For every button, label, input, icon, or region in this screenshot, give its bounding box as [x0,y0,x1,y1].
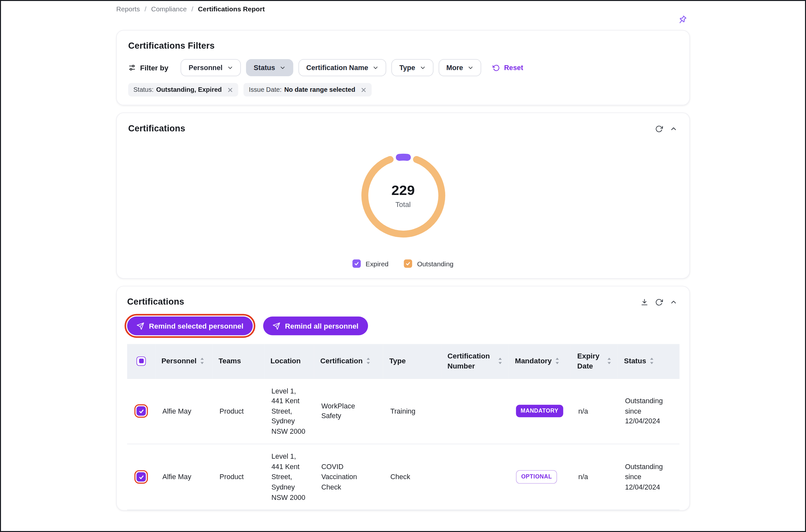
certifications-chart-card: Certifications 229 [116,113,690,279]
filter-dropdown-personnel[interactable]: Personnel [181,59,240,76]
column-header-certification: Certification [314,344,383,379]
cell-expiry-date: n/a [571,378,618,444]
reset-filters-button[interactable]: Reset [490,63,526,72]
chevron-down-icon [420,65,426,71]
sort-icon[interactable] [200,357,204,365]
legend-item-expired: Expired [353,260,389,268]
remind-selected-label: Remind selected personnel [149,322,243,330]
mandatory-badge: MANDATORY [516,405,563,417]
filter-dropdown-type[interactable]: Type [392,59,433,76]
legend-checkbox-expired[interactable] [353,260,361,268]
filters-card-title: Certifications Filters [128,41,678,51]
column-header-status: Status [618,344,679,379]
chevron-down-icon [280,65,285,71]
donut-segment-outstanding [365,159,442,234]
breadcrumb: Reports / Compliance / Certifications Re… [116,1,690,13]
chip-status: Status: Outstanding, Expired [128,83,239,97]
donut-segment-expired [399,157,407,157]
sort-icon[interactable] [649,357,654,365]
chart-legend: Expired Outstanding [128,260,678,270]
cell-status: Outstanding since 12/04/2024 [618,378,679,444]
breadcrumb-current-page: Certifications Report [198,5,265,13]
dropdown-label: Type [399,64,415,72]
legend-checkbox-outstanding[interactable] [404,260,412,268]
table-row: Alfie May Product Level 1, 441 Kent Stre… [127,378,679,444]
row-select-cell [127,378,155,444]
cell-expiry-date: n/a [571,444,618,510]
optional-badge: OPTIONAL [516,470,557,484]
certifications-table-card: Certifications Remind selected [116,286,690,511]
column-header-personnel: Personnel [155,344,212,379]
app-window: Reports / Compliance / Certifications Re… [0,0,806,532]
header-select-all-cell [127,344,155,379]
chart-card-title: Certifications [128,124,678,134]
cell-teams: Product [212,444,264,510]
refresh-icon[interactable] [654,125,663,133]
indeterminate-mark [139,359,144,363]
breadcrumb-reports[interactable]: Reports [116,5,140,13]
dropdown-label: Certification Name [306,64,368,72]
cell-status: Outstanding since 12/04/2024 [618,444,679,510]
cell-type: Training [383,378,441,444]
dropdown-label: Status [254,64,275,72]
chip-status-close-icon[interactable] [227,87,233,93]
sort-icon[interactable] [498,357,502,365]
download-icon[interactable] [640,298,649,307]
chip-status-value: Outstanding, Expired [156,86,222,93]
legend-item-outstanding: Outstanding [404,260,453,268]
cell-certification: COVID Vaccination Check [314,444,383,510]
row-checkbox-checked[interactable] [137,472,146,482]
send-icon [137,322,144,330]
table-row: Alfie May Product Level 1, 441 Kent Stre… [127,444,679,510]
filter-sliders-icon [128,64,136,72]
chevron-down-icon [227,65,233,71]
column-header-location: Location [264,344,314,379]
filter-by-text: Filter by [140,63,168,72]
filter-by-label: Filter by [128,63,168,72]
donut-chart: 229 Total [354,146,452,245]
chip-issue-date-value: No date range selected [284,86,355,93]
check-icon [138,474,144,480]
send-icon [273,322,280,330]
cell-certification-number [441,378,509,444]
breadcrumb-separator: / [144,5,146,13]
reset-label: Reset [504,64,523,72]
collapse-chevron-up-icon[interactable] [669,298,678,307]
remind-selected-personnel-button[interactable]: Remind selected personnel [127,317,253,336]
breadcrumb-compliance[interactable]: Compliance [151,5,187,13]
column-header-expiry-date: Expiry Date [571,344,618,379]
pin-icon[interactable] [677,15,688,26]
remind-buttons-row: Remind selected personnel Remind all per… [127,317,679,336]
column-header-certification-number: Certification Number [441,344,509,379]
cell-location: Level 1, 441 Kent Street, Sydney NSW 200… [264,444,314,510]
select-all-checkbox[interactable] [137,357,146,366]
cell-mandatory: MANDATORY [509,378,571,444]
certifications-filters-card: Certifications Filters Filter by Personn… [116,30,690,106]
chevron-down-icon [468,65,474,71]
cell-teams: Product [212,378,264,444]
cell-certification-number [441,444,509,510]
chevron-down-icon [373,65,379,71]
refresh-icon[interactable] [654,298,663,307]
remind-all-personnel-button[interactable]: Remind all personnel [263,317,368,336]
check-icon [406,261,411,266]
donut-chart-svg [354,146,452,245]
sort-icon[interactable] [366,357,370,365]
sort-icon[interactable] [555,357,559,365]
filter-dropdown-more[interactable]: More [439,59,482,76]
cell-personnel: Alfie May [155,444,212,510]
check-icon [138,408,144,414]
filter-dropdown-status[interactable]: Status [246,59,293,76]
collapse-chevron-up-icon[interactable] [669,125,678,133]
cell-personnel: Alfie May [155,378,212,444]
column-header-mandatory: Mandatory [509,344,571,379]
sort-icon[interactable] [607,357,611,365]
chip-issue-date-close-icon[interactable] [361,87,367,93]
cell-type: Check [383,444,441,510]
chip-issue-date-label: Issue Date: [249,86,282,93]
row-select-cell [127,444,155,510]
filter-dropdown-certification-name[interactable]: Certification Name [299,59,387,76]
row-checkbox-checked[interactable] [137,406,146,416]
column-header-type: Type [383,344,441,379]
column-header-teams: Teams [212,344,264,379]
